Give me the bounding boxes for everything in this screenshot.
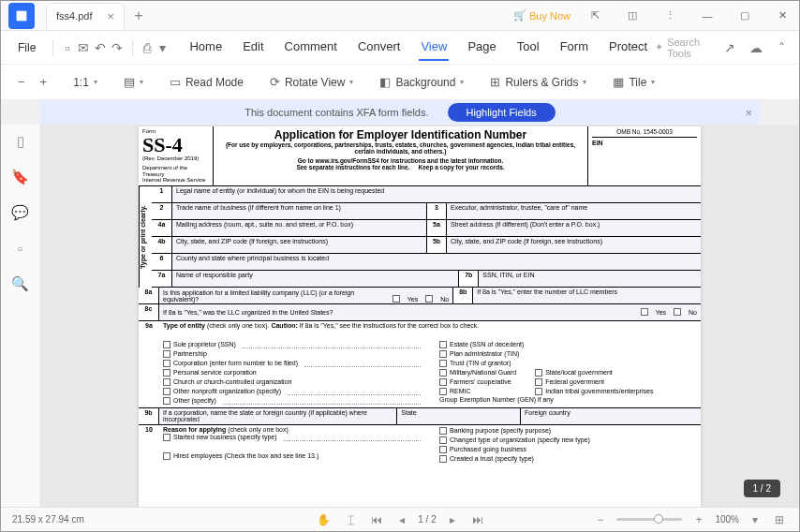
kebab-menu-icon[interactable]: ⋮ xyxy=(657,5,683,27)
tab-page[interactable]: Page xyxy=(466,34,497,61)
select-tool-icon[interactable]: ⌶ xyxy=(344,511,358,528)
checkbox-nonprofit[interactable] xyxy=(163,388,170,395)
file-menu[interactable]: File xyxy=(10,41,43,54)
tab-view[interactable]: View xyxy=(419,34,449,61)
search-icon[interactable]: 🔍 xyxy=(11,274,30,293)
tab-close-icon[interactable]: × xyxy=(108,9,115,23)
checkbox-tribal[interactable] xyxy=(535,388,542,395)
read-mode-button[interactable]: ▭Read Mode xyxy=(166,72,247,92)
checkbox-slg[interactable] xyxy=(535,369,542,377)
checkbox-sole[interactable] xyxy=(163,341,170,348)
redo-icon[interactable]: ↷ xyxy=(111,37,123,58)
field-2[interactable]: Trade name of business (if different fro… xyxy=(172,203,426,219)
field-5a[interactable]: Street address (if different) (Don't ent… xyxy=(447,220,701,236)
field-7a[interactable]: Name of responsible party xyxy=(172,271,458,287)
document-area[interactable]: Form SS-4 (Rev. December 2019) Departmen… xyxy=(40,125,799,507)
zoom-out-button[interactable]: − xyxy=(14,72,29,92)
field-4b[interactable]: City, state, and ZIP code (if foreign, s… xyxy=(172,237,426,253)
checkbox-estate[interactable] xyxy=(439,341,447,348)
last-page-icon[interactable]: ⏭ xyxy=(468,511,487,528)
zoom-in-button[interactable]: + xyxy=(37,72,52,92)
highlight-fields-button[interactable]: Highlight Fields xyxy=(448,103,556,122)
undo-icon[interactable]: ↶ xyxy=(95,37,106,58)
field-1[interactable]: Legal name of entity (or individual) for… xyxy=(172,186,701,202)
tab-tool[interactable]: Tool xyxy=(515,34,541,61)
field-4a[interactable]: Mailing address (room, apt., suite no. a… xyxy=(172,220,426,236)
checkbox-banking[interactable] xyxy=(439,427,447,435)
collapse-ribbon-icon[interactable]: ˄ xyxy=(773,37,790,58)
field-6[interactable]: County and state where principal busines… xyxy=(172,254,701,270)
field-9b-fc[interactable]: Foreign country xyxy=(520,408,701,424)
page-counter[interactable]: 1 / 2 xyxy=(418,514,436,525)
fit-actual-button[interactable]: 1:1▾ xyxy=(69,73,101,92)
tab-home[interactable]: Home xyxy=(187,34,224,61)
zoom-out-status-icon[interactable]: − xyxy=(593,511,607,528)
checkbox-psc[interactable] xyxy=(163,369,170,377)
checkbox-8a-yes[interactable] xyxy=(393,295,400,303)
maximize-button[interactable]: ▢ xyxy=(732,5,758,27)
tab-add-button[interactable]: + xyxy=(134,7,142,24)
chevron-down-icon[interactable]: ▾ xyxy=(748,511,762,528)
checkbox-purchased[interactable] xyxy=(439,446,447,453)
page-layout-button[interactable]: ▤▾ xyxy=(120,72,147,92)
checkbox-other[interactable] xyxy=(163,397,170,405)
field-5b[interactable]: City, state, and ZIP code (if foreign, s… xyxy=(447,237,701,253)
notify-icon[interactable]: ◫ xyxy=(619,5,645,27)
checkbox-changed[interactable] xyxy=(439,436,447,444)
rotate-view-button[interactable]: ⟳Rotate View▾ xyxy=(266,72,357,92)
checkbox-corp[interactable] xyxy=(163,360,170,367)
thumbnails-icon[interactable]: ▯ xyxy=(11,132,30,151)
search-tools[interactable]: ✦Search Tools xyxy=(655,37,712,59)
first-page-icon[interactable]: ⏮ xyxy=(367,511,386,528)
tab-edit[interactable]: Edit xyxy=(241,34,265,61)
buy-now-button[interactable]: 🛒Buy Now xyxy=(513,9,570,22)
zoom-percent[interactable]: 100% xyxy=(715,514,739,525)
hand-tool-icon[interactable]: ✋ xyxy=(313,511,334,528)
cloud-icon[interactable]: ☁ xyxy=(748,37,764,58)
checkbox-hired[interactable] xyxy=(163,452,170,460)
field-3[interactable]: Executor, administrator, trustee, "care … xyxy=(447,203,701,219)
close-button[interactable]: ✕ xyxy=(769,5,795,27)
checkbox-church[interactable] xyxy=(163,378,170,386)
prev-page-icon[interactable]: ◂ xyxy=(395,511,408,528)
field-7b[interactable]: SSN, ITIN, or EIN xyxy=(479,271,701,287)
tab-comment[interactable]: Comment xyxy=(283,34,339,61)
next-page-icon[interactable]: ▸ xyxy=(446,511,459,528)
checkbox-8c-no[interactable] xyxy=(674,308,681,316)
share-icon[interactable]: ⇱ xyxy=(582,5,608,27)
comments-icon[interactable]: 💬 xyxy=(11,203,30,222)
document-tab[interactable]: fss4.pdf × xyxy=(46,3,125,29)
tab-convert[interactable]: Convert xyxy=(356,34,403,61)
checkbox-remic[interactable] xyxy=(439,388,447,395)
xfa-close-icon[interactable]: × xyxy=(745,106,752,120)
print-icon[interactable]: ⎙ xyxy=(142,37,152,58)
tab-protect[interactable]: Protect xyxy=(607,34,649,61)
background-button[interactable]: ◧Background▾ xyxy=(376,72,467,92)
open-external-icon[interactable]: ↗ xyxy=(721,37,738,58)
fit-window-icon[interactable]: ⊞ xyxy=(771,511,788,528)
field-8b[interactable]: If 8a is "Yes," enter the number of LLC … xyxy=(473,288,701,303)
zoom-slider[interactable] xyxy=(616,518,682,521)
zoom-in-status-icon[interactable]: + xyxy=(691,511,705,528)
checkbox-started[interactable] xyxy=(163,434,170,441)
bookmarks-icon[interactable]: 🔖 xyxy=(11,168,30,186)
checkbox-farm[interactable] xyxy=(439,378,447,386)
tab-form[interactable]: Form xyxy=(558,34,590,61)
checkbox-plan[interactable] xyxy=(439,350,447,358)
save-icon[interactable]: ▫ xyxy=(63,37,72,58)
checkbox-partnership[interactable] xyxy=(163,350,170,358)
mail-icon[interactable]: ✉ xyxy=(78,37,89,58)
zoom-thumb[interactable] xyxy=(654,514,663,524)
checkbox-trust[interactable] xyxy=(439,360,447,367)
checkbox-mil[interactable] xyxy=(439,369,447,377)
checkbox-created-trust[interactable] xyxy=(439,455,447,463)
attachments-icon[interactable]: ▫ xyxy=(11,239,30,258)
field-9b-state[interactable]: State xyxy=(396,408,520,424)
tile-button[interactable]: ▦Tile▾ xyxy=(609,72,659,92)
checkbox-8c-yes[interactable] xyxy=(641,308,648,316)
chevron-down-icon[interactable]: ▾ xyxy=(157,37,167,58)
checkbox-fed[interactable] xyxy=(535,378,542,386)
minimize-button[interactable]: — xyxy=(694,5,720,27)
checkbox-8a-no[interactable] xyxy=(425,295,433,303)
rulers-grids-button[interactable]: ⊞Rulers & Grids▾ xyxy=(486,72,590,92)
